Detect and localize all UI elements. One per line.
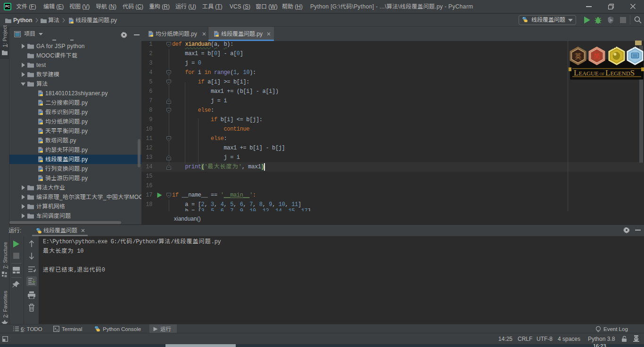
svg-text:简: 简 [594,51,600,60]
svg-text:英: 英 [575,51,581,60]
